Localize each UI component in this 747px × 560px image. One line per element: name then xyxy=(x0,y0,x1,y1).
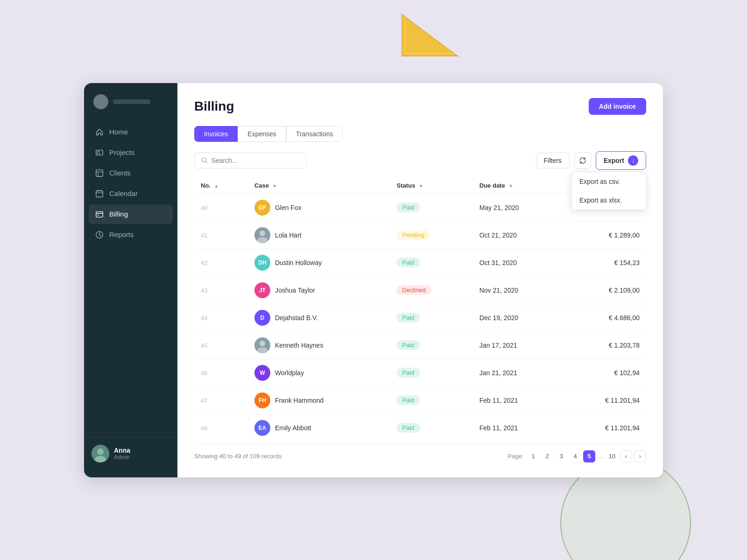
client-name: Lola Hart xyxy=(275,231,302,239)
cell-due-date: Nov 21, 2020 xyxy=(473,276,564,304)
sidebar-bottom: Anna Admin xyxy=(84,437,177,466)
sidebar-item-clients[interactable]: Clients xyxy=(89,163,173,183)
avatar: FH xyxy=(254,392,270,408)
user-info: Anna Admin xyxy=(114,447,130,461)
refresh-button[interactable] xyxy=(574,152,591,169)
svg-rect-3 xyxy=(98,151,100,154)
col-case[interactable]: Case ▼ xyxy=(248,177,390,194)
svg-point-21 xyxy=(260,231,265,236)
table-row[interactable]: 46 W Worldplay Paid Jan 21, 2021 € 102,9… xyxy=(194,359,646,386)
table-row[interactable]: 43 JT Joshua Taylor Declined Nov 21, 202… xyxy=(194,276,646,304)
table-row[interactable]: 41 Lola Hart Pending Oct 21, 2020 € 1.28… xyxy=(194,221,646,249)
page-1[interactable]: 1 xyxy=(527,450,539,462)
table-row[interactable]: 48 EA Emily Abbott Paid Feb 11, 2021 € 1… xyxy=(194,414,646,441)
add-invoice-button[interactable]: Add invoice xyxy=(589,98,646,115)
showing-text: Showing 40 to 49 of 109 records xyxy=(194,453,282,460)
svg-point-24 xyxy=(260,341,265,346)
prev-page-button[interactable]: ‹ xyxy=(620,450,632,462)
cell-due-date: Jan 21, 2021 xyxy=(473,359,564,386)
sidebar-item-calendar[interactable]: Calendar xyxy=(89,184,173,203)
tab-transactions[interactable]: Transactions xyxy=(286,126,343,142)
cell-no: 41 xyxy=(194,221,248,249)
export-download-icon: ↓ xyxy=(628,155,638,166)
col-no[interactable]: No. ▲ xyxy=(194,177,248,194)
col-due-date[interactable]: Due date ▼ xyxy=(473,177,564,194)
table-footer: Showing 40 to 49 of 109 records Page: 1 … xyxy=(194,443,646,462)
reports-icon xyxy=(95,231,104,239)
cell-status: Pending xyxy=(390,221,472,249)
cell-case: GF Glen Fox xyxy=(248,194,390,221)
sidebar-user[interactable]: Anna Admin xyxy=(92,445,170,462)
cell-amount: € 1.203,78 xyxy=(564,331,646,359)
cell-no: 43 xyxy=(194,276,248,304)
tab-expenses[interactable]: Expenses xyxy=(238,126,286,142)
cell-due-date: Oct 31, 2020 xyxy=(473,249,564,276)
status-badge: Paid xyxy=(396,340,420,350)
cell-due-date: Feb 11, 2021 xyxy=(473,414,564,441)
sidebar-profile-top xyxy=(84,94,177,122)
cell-amount: € 4.686,00 xyxy=(564,304,646,331)
next-page-button[interactable]: › xyxy=(634,450,646,462)
cell-amount: € 102,94 xyxy=(564,359,646,386)
projects-icon xyxy=(95,148,104,157)
avatar xyxy=(254,227,270,243)
page-5[interactable]: 5 xyxy=(583,450,595,462)
avatar xyxy=(92,445,109,462)
cell-case: W Worldplay xyxy=(248,359,390,386)
cell-due-date: Oct 21, 2020 xyxy=(473,221,564,249)
sidebar-item-home[interactable]: Home xyxy=(89,122,173,142)
table-row[interactable]: 45 Kenneth Haynes Paid Jan 17, 2021 € 1.… xyxy=(194,331,646,359)
sort-arrow-status: ▼ xyxy=(419,183,423,189)
sort-arrow-due-date: ▼ xyxy=(508,183,513,189)
export-dropdown: Export as csv. Export as xlsx. xyxy=(571,172,646,210)
sidebar-item-projects[interactable]: Projects xyxy=(89,143,173,162)
export-csv-option[interactable]: Export as csv. xyxy=(572,172,646,191)
cell-status: Declined xyxy=(390,276,472,304)
search-icon xyxy=(201,157,207,164)
filters-button[interactable]: Filters xyxy=(536,153,570,168)
app-wrapper: Home Projects Clients xyxy=(84,83,663,477)
status-badge: Paid xyxy=(396,313,420,322)
client-name: Emily Abbott xyxy=(275,424,311,432)
page-header: Billing Add invoice xyxy=(194,98,646,115)
cell-case: Lola Hart xyxy=(248,221,390,249)
pagination: Page: 1 2 3 4 5 ... 10 ‹ › xyxy=(507,450,646,462)
page-2[interactable]: 2 xyxy=(541,450,553,462)
cell-amount: € 1.289,00 xyxy=(564,221,646,249)
search-box[interactable] xyxy=(194,153,306,168)
sidebar-item-reports[interactable]: Reports xyxy=(89,225,173,245)
search-input[interactable] xyxy=(211,157,299,164)
page-4[interactable]: 4 xyxy=(569,450,581,462)
cell-status: Paid xyxy=(390,331,472,359)
avatar xyxy=(254,337,270,353)
svg-point-16 xyxy=(97,448,104,455)
status-badge: Paid xyxy=(396,423,420,433)
col-status[interactable]: Status ▼ xyxy=(390,177,472,194)
refresh-icon xyxy=(579,157,586,164)
page-3[interactable]: 3 xyxy=(555,450,567,462)
table-row[interactable]: 42 DH Dustin Holloway Paid Oct 31, 2020 … xyxy=(194,249,646,276)
client-name: Frank Hammond xyxy=(275,397,324,404)
page-10[interactable]: 10 xyxy=(606,450,618,462)
sidebar-nav: Home Projects Clients xyxy=(84,122,177,429)
table-row[interactable]: 44 D Dejahstad B.V. Paid Dec 19, 2020 € … xyxy=(194,304,646,331)
sidebar-label-clients: Clients xyxy=(109,169,131,177)
avatar: W xyxy=(254,365,270,381)
status-badge: Paid xyxy=(396,395,420,405)
status-badge: Declined xyxy=(396,285,431,295)
sidebar-label-reports: Reports xyxy=(109,231,134,238)
export-xlsx-option[interactable]: Export as xlsx. xyxy=(572,191,646,210)
table-row[interactable]: 47 FH Frank Hammond Paid Feb 11, 2021 € … xyxy=(194,386,646,414)
cell-amount: € 154,23 xyxy=(564,249,646,276)
svg-rect-11 xyxy=(96,211,103,217)
cell-no: 46 xyxy=(194,359,248,386)
tab-invoices[interactable]: Invoices xyxy=(194,126,238,142)
cell-status: Paid xyxy=(390,414,472,441)
status-badge: Paid xyxy=(396,258,420,267)
client-name: Dustin Holloway xyxy=(275,259,322,266)
status-badge: Paid xyxy=(396,203,420,212)
svg-rect-7 xyxy=(96,190,103,197)
export-button[interactable]: Export ↓ xyxy=(596,151,646,170)
sidebar-item-billing[interactable]: Billing xyxy=(89,204,173,224)
cell-due-date: Dec 19, 2020 xyxy=(473,304,564,331)
